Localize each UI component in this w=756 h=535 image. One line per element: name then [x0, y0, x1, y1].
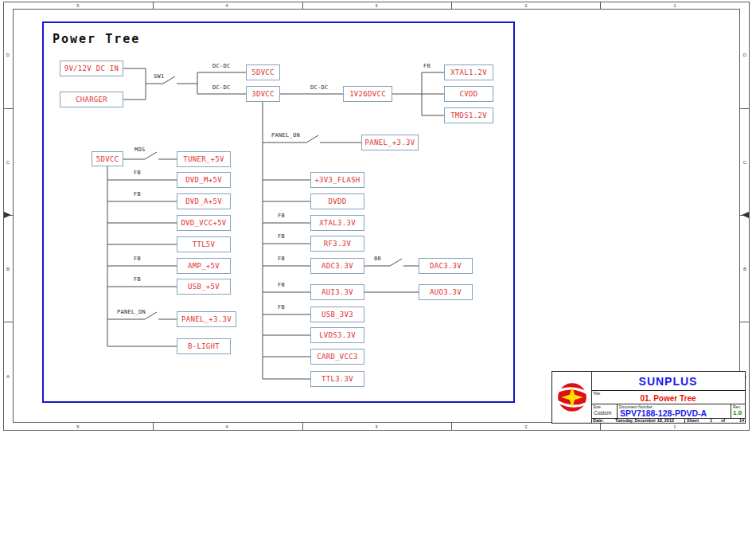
date-value: Tuesday, December 18, 2012 — [606, 418, 684, 423]
wire-annotation: FB — [278, 256, 285, 262]
node-b-light: B-LIGHT — [177, 338, 231, 354]
sunplus-logo-icon — [555, 381, 589, 414]
node-auo3v3: AUO3.3V — [419, 284, 473, 300]
wire-annotation: FB — [278, 305, 285, 310]
node-ttl5v: TTL5V — [177, 236, 231, 252]
zone-right-B: B — [743, 267, 746, 271]
node-5dvcc-main: 5DVCC — [246, 64, 280, 80]
node-rf3v3: RF3.3V — [310, 236, 364, 252]
diagram-title: Power Tree — [53, 32, 140, 46]
schematic-page: 5432154321DCBADCBA Power Tree 9V/12V DC … — [0, 0, 756, 535]
zone-bottom-2: 2 — [524, 424, 527, 429]
title-block: SUNPLUS Title 01. Power Tree Size Custom… — [551, 371, 746, 424]
node-tmds1v2: TMDS1.2V — [444, 107, 493, 123]
wire-annotation: DC-DC — [212, 64, 231, 69]
center-mark-right-icon — [742, 212, 749, 218]
wire-annotation: SW1 — [154, 74, 165, 80]
node-dvd-m5v: DVD_M+5V — [177, 172, 231, 188]
wire-annotation: FB — [278, 234, 285, 240]
docnum-row: Size Custom Document Number SPV7188-128-… — [591, 404, 745, 419]
wire-annotation: MOS — [134, 147, 146, 153]
zone-bottom-3: 3 — [375, 424, 377, 429]
sheet-total: 14 — [739, 418, 744, 423]
rev-cell: Rev 1.0 — [731, 404, 745, 418]
wire-annotation: PANEL_ON — [271, 133, 300, 139]
wire-annotation: 0R — [374, 256, 381, 262]
zone-bottom-1: 1 — [673, 424, 676, 429]
wire-annotation: FB — [278, 283, 285, 288]
node-lvds3v3: LVDS3.3V — [310, 327, 364, 343]
node-3v3-flash: +3V3_FLASH — [310, 172, 364, 188]
zone-top-2: 2 — [524, 3, 527, 8]
zone-right-C: C — [743, 160, 746, 165]
company-name: SUNPLUS — [639, 375, 698, 388]
date-cell: Date: Tuesday, December 18, 2012 — [591, 418, 685, 423]
sheet-of-label: of — [721, 418, 725, 423]
zone-bottom-4: 4 — [225, 424, 228, 429]
zone-left-B: B — [6, 267, 10, 271]
node-cvdd: CVDD — [444, 86, 493, 102]
node-adc3v3: ADC3.3V — [310, 258, 364, 274]
zone-left-D: D — [6, 53, 10, 57]
node-dc-in: 9V/12V DC IN — [60, 61, 123, 76]
zone-top-1: 1 — [673, 3, 676, 8]
size-label: Size — [593, 405, 601, 409]
zone-right-D: D — [743, 53, 746, 57]
title-row: Title 01. Power Tree — [591, 391, 745, 404]
logo-cell — [552, 372, 592, 423]
node-dvd-vcc5v: DVD_VCC+5V — [177, 215, 231, 231]
wire-annotation: FB — [278, 213, 285, 219]
wire-annotation: FB — [134, 192, 141, 197]
node-usb-3v3: USB_3V3 — [310, 307, 364, 322]
wire-annotation: PANEL_ON — [117, 310, 146, 315]
date-label: Date: — [593, 418, 604, 423]
zone-left-C: C — [6, 160, 10, 165]
size-value: Custom — [594, 410, 611, 416]
sheet-cell: Sheet 1 of 14 — [685, 418, 745, 423]
rev-value: 1.0 — [733, 409, 742, 416]
wire-annotation: FB — [134, 277, 141, 283]
node-card-vcc3: CARD_VCC3 — [310, 349, 364, 365]
size-cell: Size Custom — [591, 404, 618, 418]
document-number-cell: Document Number SPV7188-128-PDVD-A — [618, 404, 731, 418]
node-xtal3v3: XTAL3.3V — [310, 215, 364, 231]
node-5dvcc-left: 5DVCC — [92, 151, 123, 166]
wire-annotation: DC-DC — [310, 85, 329, 91]
node-panel3v3-left: PANEL_+3.3V — [177, 311, 236, 327]
sheet-number: 1 — [710, 418, 712, 423]
wire-annotation: FB — [423, 64, 431, 69]
zone-bottom-5: 5 — [76, 424, 79, 429]
node-amp5v: AMP_+5V — [177, 258, 231, 274]
node-dvd-a5v: DVD_A+5V — [177, 193, 231, 209]
company-row: SUNPLUS — [591, 372, 745, 391]
node-usb5v: USB_+5V — [177, 279, 231, 295]
node-charger: CHARGER — [60, 92, 123, 107]
node-3dvcc: 3DVCC — [246, 86, 280, 102]
zone-top-3: 3 — [375, 3, 377, 8]
node-aui3v3: AUI3.3V — [310, 284, 364, 300]
node-1v26dvcc: 1V26DVCC — [343, 86, 392, 102]
center-mark-left-icon — [4, 212, 11, 218]
wire-annotation: DC-DC — [212, 85, 231, 91]
node-xtal1v2: XTAL1.2V — [444, 64, 493, 80]
node-panel3v3-top: PANEL_+3.3V — [361, 135, 419, 150]
wire-annotation: FB — [134, 170, 141, 176]
sheet-label: Sheet — [687, 418, 699, 423]
zone-left-A: A — [6, 374, 10, 379]
sheet-title: 01. Power Tree — [591, 394, 745, 403]
zone-top-5: 5 — [76, 3, 79, 8]
date-row: Date: Tuesday, December 18, 2012 Sheet 1… — [591, 418, 745, 423]
node-tuner5v: TUNER_+5V — [177, 151, 231, 167]
zone-top-4: 4 — [225, 3, 228, 8]
document-number-value: SPV7188-128-PDVD-A — [620, 408, 707, 418]
node-dac3v3: DAC3.3V — [419, 258, 473, 274]
node-dvdd: DVDD — [310, 193, 364, 209]
node-ttl3v3: TTL3.3V — [310, 371, 364, 387]
wire-annotation: FB — [134, 256, 141, 262]
